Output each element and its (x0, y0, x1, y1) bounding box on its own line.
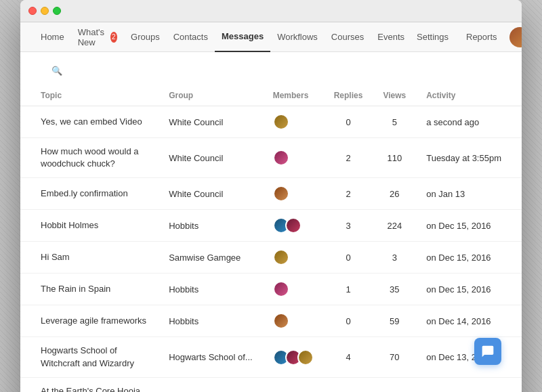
table-row[interactable]: Hi Sam Samwise Gamgee 0 3 on Dec 15, 201… (20, 242, 522, 274)
titlebar (20, 0, 522, 22)
search-icon: 🔍 (51, 66, 62, 76)
topic-cell: Yes, we can embed Video (20, 106, 169, 138)
app-window: Home What's New2 Groups Contacts Message… (20, 0, 522, 392)
members-cell (273, 138, 334, 178)
members-cell (273, 305, 334, 337)
topic-cell: At the Earth's Core Hooja still harbored… (20, 377, 169, 392)
group-cell: White Council (169, 178, 273, 210)
group-cell: Samwise Gamgee (169, 242, 273, 274)
views-cell: 70 (383, 337, 426, 377)
views-cell: 110 (383, 138, 426, 178)
nav-events[interactable]: Events (371, 22, 411, 52)
nav-workflows[interactable]: Workflows (270, 22, 325, 52)
search-box: 🔍 (51, 66, 66, 76)
topic-cell: Hobbit Holmes (20, 210, 169, 242)
table-header-row: Topic Group Members Replies Views Activi… (20, 85, 522, 106)
members-cell (273, 377, 334, 392)
table-row[interactable]: Hogwarts School of Witchcraft and Wizard… (20, 337, 522, 377)
replies-cell: 0 (334, 106, 383, 138)
views-cell: 5 (383, 106, 426, 138)
group-cell: Hogwarts School of... (169, 337, 273, 377)
page-header: 🔍 (20, 52, 522, 85)
topic-text: At the Earth's Core Hooja still harbored… (41, 386, 145, 392)
replies-cell: 0 (334, 305, 383, 337)
topic-text: Hogwarts School of Witchcraft and Wizard… (41, 345, 134, 368)
messages-table: Topic Group Members Replies Views Activi… (20, 85, 522, 392)
activity-cell: on Dec 13, 2016 (426, 377, 522, 392)
topic-cell: Embed.ly confirmation (20, 178, 169, 210)
activity-cell: on Dec 15, 2016 (426, 210, 522, 242)
views-cell: 59 (383, 305, 426, 337)
nav-contacts[interactable]: Contacts (167, 22, 215, 52)
table-row[interactable]: Hobbit Holmes Hobbits 3 224 on Dec 15, 2… (20, 210, 522, 242)
activity-cell: a second ago (426, 106, 522, 138)
replies-cell: 0 (334, 242, 383, 274)
group-cell: Hobbits (169, 274, 273, 305)
nav-reports[interactable]: Reports (461, 22, 503, 52)
table-row[interactable]: Embed.ly confirmation White Council 2 26… (20, 178, 522, 210)
chat-icon (481, 345, 495, 358)
nav-right: Settings Reports (411, 22, 522, 52)
replies-cell: 2 (334, 178, 383, 210)
activity-cell: Tuesday at 3:55pm (426, 138, 522, 178)
replies-cell: 1 (334, 274, 383, 305)
views-cell: 35 (383, 274, 426, 305)
col-group: Group (169, 85, 273, 106)
topic-cell: The Rain in Spain (20, 274, 169, 305)
topic-text: How much wood would a woodchuck chuck? (41, 146, 139, 169)
table-row[interactable]: How much wood would a woodchuck chuck? W… (20, 138, 522, 178)
views-cell: 3 (383, 242, 426, 274)
topic-text: Embed.ly confirmation (41, 188, 128, 198)
activity-cell: on Jan 13 (426, 178, 522, 210)
whats-new-badge: 2 (110, 32, 117, 43)
activity-cell: on Dec 15, 2016 (426, 274, 522, 305)
nav-messages[interactable]: Messages (215, 22, 270, 52)
user-avatar[interactable] (509, 27, 522, 47)
topic-cell: Hogwarts School of Witchcraft and Wizard… (20, 337, 169, 377)
group-cell: White Council (169, 138, 273, 178)
navbar: Home What's New2 Groups Contacts Message… (20, 22, 522, 52)
topic-cell: How much wood would a woodchuck chuck? (20, 138, 169, 178)
chat-fab-button[interactable] (474, 338, 501, 365)
table-row[interactable]: At the Earth's Core Hooja still harbored… (20, 377, 522, 392)
group-cell: Hobbits (169, 305, 273, 337)
nav-groups[interactable]: Groups (124, 22, 167, 52)
group-cell: White Council (169, 106, 273, 138)
replies-cell: 2 (334, 138, 383, 178)
replies-cell: 4 (334, 337, 383, 377)
topic-text: Hi Sam (41, 252, 70, 262)
col-topic: Topic (20, 85, 169, 106)
group-cell: Hobbits (169, 210, 273, 242)
members-cell (273, 106, 334, 138)
col-members: Members (273, 85, 334, 106)
col-activity: Activity (426, 85, 522, 106)
views-cell: 224 (383, 210, 426, 242)
activity-cell: on Dec 14, 2016 (426, 305, 522, 337)
topic-text: Hobbit Holmes (41, 220, 98, 230)
minimize-button[interactable] (41, 7, 49, 15)
nav-whats-new[interactable]: What's New2 (71, 22, 124, 52)
topic-text: Yes, we can embed Video (41, 116, 142, 127)
members-cell (273, 337, 334, 377)
table-row[interactable]: Leverage agile frameworks Hobbits 0 59 o… (20, 305, 522, 337)
close-button[interactable] (28, 7, 37, 15)
group-cell: Hobbits (169, 377, 273, 392)
table-row[interactable]: The Rain in Spain Hobbits 1 35 on Dec 15… (20, 274, 522, 305)
nav-settings[interactable]: Settings (411, 22, 454, 52)
topic-cell: Hi Sam (20, 242, 169, 274)
maximize-button[interactable] (53, 7, 61, 15)
views-cell: 26 (383, 178, 426, 210)
nav-home[interactable]: Home (34, 22, 71, 52)
table-row[interactable]: Yes, we can embed Video White Council 0 … (20, 106, 522, 138)
col-replies: Replies (334, 85, 383, 106)
activity-cell: on Dec 15, 2016 (426, 242, 522, 274)
members-cell (273, 274, 334, 305)
nav-links: Home What's New2 Groups Contacts Message… (34, 22, 411, 52)
topic-cell: Leverage agile frameworks (20, 305, 169, 337)
replies-cell: 3 (334, 210, 383, 242)
nav-courses[interactable]: Courses (325, 22, 371, 52)
topic-text: The Rain in Spain (41, 284, 110, 294)
members-cell (273, 210, 334, 242)
members-cell (273, 178, 334, 210)
content-area: 🔍 Topic Group Members Replies Views Acti… (20, 52, 522, 392)
